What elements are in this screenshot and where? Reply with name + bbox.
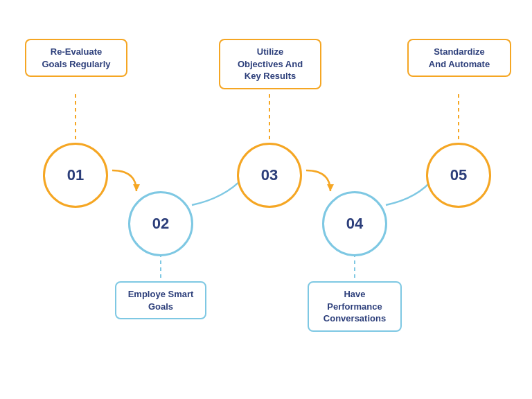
- circle-label-05: 05: [450, 166, 467, 184]
- circle-02: 02: [128, 191, 193, 256]
- svg-marker-7: [327, 184, 334, 191]
- circle-label-04: 04: [346, 215, 363, 233]
- label-box-05: StandardizeAnd Automate: [407, 39, 511, 77]
- label-box-03: UtilizeObjectives AndKey Results: [219, 39, 321, 89]
- circle-label-03: 03: [261, 166, 278, 184]
- label-box-01: Re-EvaluateGoals Regularly: [25, 39, 127, 77]
- circle-04: 04: [322, 191, 387, 256]
- circle-03: 03: [237, 143, 302, 208]
- label-text-03: UtilizeObjectives AndKey Results: [238, 46, 303, 81]
- label-box-02: Employe SmartGoals: [115, 281, 206, 319]
- circle-01: 01: [43, 143, 108, 208]
- svg-marker-5: [133, 184, 140, 191]
- label-text-02: Employe SmartGoals: [128, 289, 194, 312]
- label-text-05: StandardizeAnd Automate: [429, 46, 490, 69]
- circle-05: 05: [426, 143, 491, 208]
- circle-label-01: 01: [67, 166, 84, 184]
- label-box-04: HavePerformanceConversations: [308, 281, 402, 332]
- label-text-04: HavePerformanceConversations: [323, 289, 386, 323]
- circle-label-02: 02: [152, 215, 169, 233]
- label-text-01: Re-EvaluateGoals Regularly: [42, 46, 111, 69]
- diagram: Re-EvaluateGoals Regularly 01 02 Employe…: [10, 19, 522, 380]
